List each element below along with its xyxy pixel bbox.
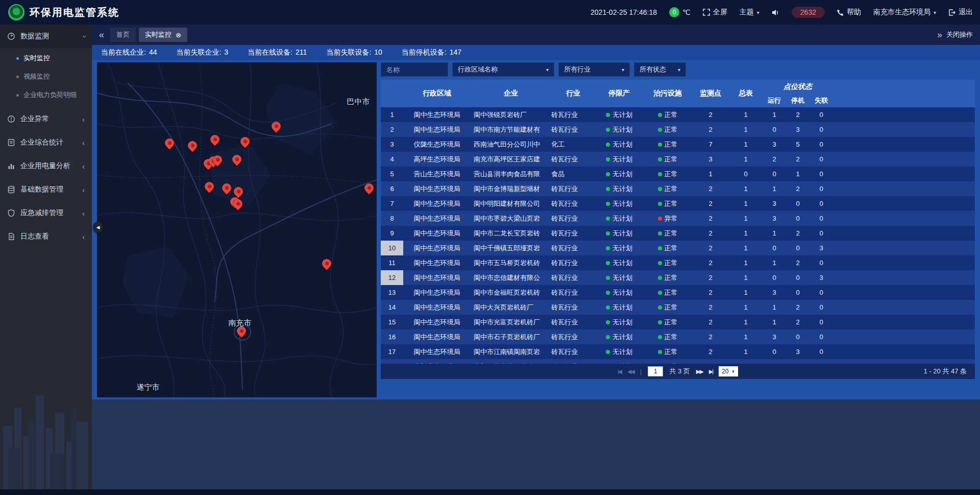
tabs-scroll-right-icon[interactable]: » (937, 30, 942, 39)
col-points: 监测点 (692, 80, 729, 107)
app-window: 环保用电监管系统 2021-02-25 17:46:18 0 ℃ 全屏 主题 ▾ (0, 0, 980, 489)
col-lost: 失联 (810, 93, 833, 107)
facility-status-text: 正常 (665, 318, 678, 327)
cell-industry: 砖瓦行业 (551, 241, 595, 255)
cell-meters: 1 (729, 196, 763, 211)
facility-status-dot (658, 320, 662, 324)
sidebar-group[interactable]: 数据监测 ‹ (0, 25, 92, 48)
cell-meters: 1 (729, 329, 763, 344)
sidebar-item[interactable]: 企业电力负荷明细 (0, 86, 92, 104)
cell-industry: 砖瓦行业 (551, 226, 595, 241)
cell-production: 无计划 (595, 359, 643, 364)
first-page-icon[interactable]: |◀ (618, 368, 621, 375)
tabs-scroll-left-icon[interactable]: « (99, 30, 104, 39)
sidebar-group[interactable]: 日志查看 ‹ (0, 225, 92, 248)
cell-production: 无计划 (595, 241, 643, 255)
map-panel[interactable]: 巴中市 南充市 遂宁市 (97, 62, 377, 397)
status-filter-select[interactable]: 所有状态 ▾ (634, 62, 686, 77)
sidebar-group[interactable]: 基础数据管理 ‹ (0, 178, 92, 201)
speaker-icon (772, 9, 779, 16)
sidebar-group[interactable]: 企业综合统计 ‹ (0, 131, 92, 154)
region-filter-select[interactable]: 行政区域名称 ▾ (452, 62, 554, 77)
sidebar-nav: 数据监测 ‹ 实时监控 视频监控 企业电力负荷明细 企业异常 ‹ 企业综合统计 … (0, 25, 92, 248)
table-row[interactable]: 5 营山生态环境局 营山县润丰肉食品有限 食品 无计划 正常 1 0 0 1 0 (381, 167, 975, 181)
alert-count-badge[interactable]: 2632 (792, 7, 825, 18)
facility-status-dot (658, 335, 662, 339)
org-dropdown[interactable]: 南充市生态环境局 ▾ (873, 8, 936, 17)
table-row[interactable]: 12 阆中生态环境局 阆中市忠信建材有限公 砖瓦行业 无计划 正常 2 1 0 … (381, 270, 975, 285)
sidebar-item[interactable]: 视频监控 (0, 67, 92, 86)
help-button[interactable]: 帮助 (837, 8, 861, 17)
sidebar-group-label: 企业综合统计 (20, 138, 63, 147)
table-row[interactable]: 17 阆中生态环境局 阆中市江南镇阆南页岩 砖瓦行业 无计划 正常 2 1 0 … (381, 344, 975, 359)
facility-status-text: 异常 (665, 214, 678, 223)
facility-status-text: 正常 (665, 110, 678, 120)
table-row[interactable]: 6 阆中生态环境局 阆中市金博瑞新型墙材 砖瓦行业 无计划 正常 2 1 1 2… (381, 181, 975, 196)
fullscreen-button[interactable]: 全屏 (703, 8, 727, 17)
table-row[interactable]: 13 阆中生态环境局 阆中市金福旺页岩机砖 砖瓦行业 无计划 正常 2 1 3 … (381, 285, 975, 300)
cell-filler (833, 255, 975, 270)
last-page-icon[interactable]: ▶| (709, 368, 713, 375)
table-row[interactable]: 1 阆中生态环境局 阆中强锐页岩砖厂 砖瓦行业 无计划 正常 2 1 1 2 0 (381, 107, 975, 122)
production-status-text: 无计划 (612, 318, 632, 327)
cell-run: 3 (763, 137, 786, 152)
phone-icon (837, 9, 844, 16)
table-row[interactable]: 18 南部生态环境局 南部县伏虎镇页岩砖厂 砖瓦行业 无计划 正常 2 1 0 … (381, 359, 975, 364)
cell-facility: 正常 (643, 181, 692, 196)
status-dot-green (606, 350, 610, 354)
table-row[interactable]: 11 阆中生态环境局 阆中市五马桥页岩机砖 砖瓦行业 无计划 正常 2 1 1 … (381, 255, 975, 270)
tab[interactable]: 首页 (110, 28, 136, 42)
table-row[interactable]: 2 阆中生态环境局 阆中市南方节能建材有 砖瓦行业 无计划 正常 2 1 0 3… (381, 122, 975, 137)
facility-status-dot (658, 231, 662, 235)
sidebar-group[interactable]: 企业异常 ‹ (0, 107, 92, 131)
theme-dropdown[interactable]: 主题 ▾ (740, 8, 760, 17)
sidebar: 数据监测 ‹ 实时监控 视频监控 企业电力负荷明细 企业异常 ‹ 企业综合统计 … (0, 25, 92, 489)
sidebar-group[interactable]: 企业用电量分析 ‹ (0, 154, 92, 178)
cell-points: 2 (692, 241, 729, 255)
sidebar-item-label: 视频监控 (23, 72, 50, 81)
alarm-sound-button[interactable] (772, 9, 779, 16)
cell-lost: 0 (810, 181, 833, 196)
table-row[interactable]: 8 阆中生态环境局 阆中市枣碧大梁山页岩 砖瓦行业 无计划 异常 2 1 3 0… (381, 211, 975, 226)
table-row[interactable]: 10 阆中生态环境局 阆中千佛镇五郎垭页岩 砖瓦行业 无计划 正常 2 1 0 … (381, 241, 975, 255)
cell-halt: 2 (786, 152, 810, 167)
facility-status-text: 正常 (665, 125, 678, 134)
cell-meters: 1 (729, 152, 763, 167)
industry-filter-select[interactable]: 所有行业 ▾ (558, 62, 630, 77)
cell-lost: 0 (810, 300, 833, 315)
cell-index: 1 (381, 107, 403, 122)
table-row[interactable]: 15 阆中生态环境局 阆中市光富页岩机砖厂 砖瓦行业 无计划 正常 2 1 1 … (381, 315, 975, 329)
tab[interactable]: 实时监控 ⊗ (139, 28, 187, 42)
table-row[interactable]: 4 高坪生态环境局 南充市高坪区王家店建 砖瓦行业 无计划 正常 3 1 2 2… (381, 152, 975, 167)
cell-halt: 1 (786, 167, 810, 181)
cell-facility: 正常 (643, 359, 692, 364)
table-row[interactable]: 14 阆中生态环境局 阆中大兴页岩机砖厂 砖瓦行业 无计划 正常 2 1 1 2… (381, 300, 975, 315)
cell-lost: 0 (810, 211, 833, 226)
cell-filler (833, 122, 975, 137)
map-collapse-button[interactable]: ◀ (93, 222, 103, 233)
status-dot-green (606, 143, 610, 147)
next-page-icon[interactable]: ▶▶ (696, 368, 703, 375)
prev-page-icon[interactable]: ◀◀ (627, 368, 634, 375)
facility-status-text: 正常 (665, 140, 678, 149)
city-name: 巴中市 (347, 97, 370, 106)
table-row[interactable]: 3 仪陇生态环境局 西南油气田分公司川中 化工 无计划 正常 7 1 3 5 0 (381, 137, 975, 152)
table-row[interactable]: 9 阆中生态环境局 阆中市二龙长宝页岩砖 砖瓦行业 无计划 正常 2 1 1 2… (381, 226, 975, 241)
name-filter-input[interactable] (381, 62, 448, 77)
cell-region: 阆中生态环境局 (403, 329, 471, 344)
cell-run: 0 (763, 359, 786, 364)
table-row[interactable]: 16 阆中生态环境局 阆中市石子页岩机砖厂 砖瓦行业 无计划 正常 2 1 3 … (381, 329, 975, 344)
logout-button[interactable]: 退出 (948, 8, 973, 17)
page-size-select[interactable]: 20 ▼ (719, 366, 738, 376)
content-area: ◀ (92, 60, 980, 399)
tab-close-icon[interactable]: ⊗ (176, 31, 181, 39)
sidebar-group[interactable]: 应急减排管理 ‹ (0, 201, 92, 225)
cell-filler (833, 285, 975, 300)
table-row[interactable]: 7 阆中生态环境局 阆中明阳建材有限公司 砖瓦行业 无计划 正常 2 1 3 0… (381, 196, 975, 211)
page-number-input[interactable] (648, 366, 663, 376)
sidebar-item[interactable]: 实时监控 (0, 49, 92, 67)
cell-points: 2 (692, 226, 729, 241)
chevron-down-icon: ▼ (731, 369, 735, 374)
close-operations-button[interactable]: 关闭操作 (946, 30, 973, 39)
cell-facility: 正常 (643, 300, 692, 315)
